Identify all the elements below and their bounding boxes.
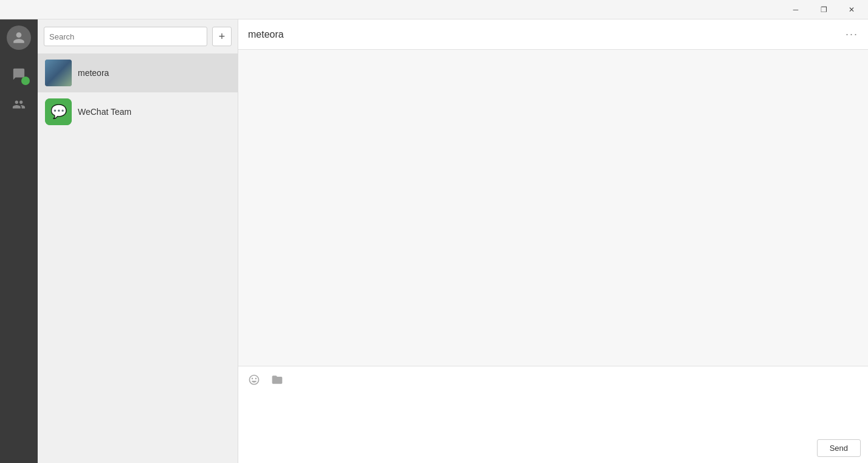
wechat-team-chat-name: WeChat Team <box>78 107 131 117</box>
emoji-icon <box>248 374 260 386</box>
chat-text-input[interactable] <box>238 391 868 439</box>
wechat-logo-icon: 💬 <box>50 105 67 118</box>
profile-avatar[interactable] <box>7 26 31 50</box>
chat-item-wechat-team[interactable]: 💬 WeChat Team <box>38 92 238 131</box>
sidebar-contacts-button[interactable] <box>7 92 31 117</box>
chat-input-area: Send <box>238 366 868 463</box>
restore-button[interactable]: ❐ <box>810 0 838 19</box>
sidebar-icons <box>0 19 38 463</box>
send-button[interactable]: Send <box>817 439 861 457</box>
chat-header: meteora ··· <box>238 19 868 50</box>
chat-messages-area <box>238 50 868 366</box>
chat-list-header: + <box>38 19 238 53</box>
folder-icon <box>271 374 283 386</box>
wechat-team-avatar: 💬 <box>45 98 72 125</box>
chat-item-meteora[interactable]: meteora <box>38 53 238 92</box>
chat-list-panel: + meteora 💬 WeChat Team <box>38 19 238 463</box>
more-options-button[interactable]: ··· <box>846 28 858 41</box>
folder-button[interactable] <box>269 371 286 388</box>
search-input[interactable] <box>49 32 202 41</box>
meteora-chat-name: meteora <box>78 68 109 78</box>
chat-header-title: meteora <box>248 29 284 40</box>
online-indicator <box>21 77 30 85</box>
meteora-avatar <box>45 60 72 86</box>
close-button[interactable]: ✕ <box>838 0 866 19</box>
chat-input-toolbar <box>238 366 868 391</box>
meteora-avatar-image <box>45 60 72 86</box>
minimize-button[interactable]: ─ <box>782 0 810 19</box>
contacts-icon <box>12 98 26 111</box>
search-box <box>44 27 207 46</box>
titlebar: ─ ❐ ✕ <box>0 0 868 19</box>
sidebar-chat-button[interactable] <box>7 62 31 86</box>
app-body: + meteora 💬 WeChat Team meteora ··· <box>0 19 868 463</box>
chat-main: meteora ··· Send <box>238 19 868 463</box>
emoji-button[interactable] <box>246 371 263 388</box>
chat-send-row: Send <box>238 439 868 463</box>
add-chat-button[interactable]: + <box>212 27 232 46</box>
user-icon <box>12 31 26 44</box>
wechat-logo: 💬 <box>45 98 72 125</box>
